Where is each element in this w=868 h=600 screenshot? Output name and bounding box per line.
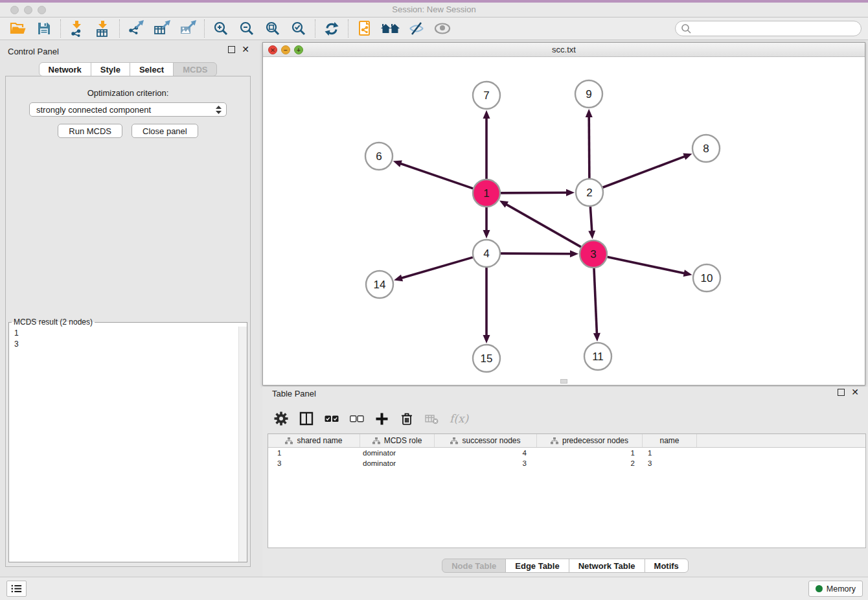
network-window-titlebar[interactable]: ✕ − + scc.txt <box>263 43 865 57</box>
import-table-icon[interactable] <box>90 19 116 38</box>
graph-edge-3-11[interactable] <box>594 268 597 335</box>
search-box[interactable] <box>675 21 862 36</box>
graph-node-15[interactable]: 15 <box>473 345 500 372</box>
result-scrollbar[interactable] <box>238 327 247 562</box>
tab-edge-table[interactable]: Edge Table <box>505 559 569 573</box>
open-file-icon[interactable] <box>5 19 31 38</box>
graph-edge-2-9[interactable] <box>589 115 589 178</box>
zoom-out-icon[interactable] <box>234 19 260 38</box>
node-label: 7 <box>483 89 489 102</box>
save-session-icon[interactable] <box>31 19 57 38</box>
graph-node-14[interactable]: 14 <box>366 271 393 298</box>
graph-node-3[interactable]: 3 <box>580 240 607 268</box>
table-row[interactable]: 3dominator323 <box>268 458 865 468</box>
edge-arrowhead <box>483 335 490 343</box>
control-panel-title: Control Panel <box>8 47 59 56</box>
toolbar-separator <box>348 19 348 38</box>
delete-column-icon[interactable] <box>400 411 414 426</box>
float-panel-icon[interactable] <box>838 389 845 396</box>
tab-network-table[interactable]: Network Table <box>569 559 645 573</box>
close-panel-button[interactable]: Close panel <box>131 124 198 138</box>
graph-node-6[interactable]: 6 <box>365 143 393 170</box>
network-window: ✕ − + scc.txt 7968124314101511 <box>262 42 865 386</box>
network-maximize-icon[interactable]: + <box>294 45 303 54</box>
node-label: 14 <box>374 279 386 291</box>
column-header-shared-name[interactable]: shared name <box>268 434 360 447</box>
column-header-predecessor-nodes[interactable]: predecessor nodes <box>537 434 643 447</box>
graph-edge-4-3[interactable] <box>501 253 572 254</box>
close-panel-icon[interactable]: ✕ <box>242 46 249 53</box>
delete-table-icon[interactable] <box>425 413 439 424</box>
node-label: 3 <box>590 248 596 260</box>
graph-node-1[interactable]: 1 <box>473 179 500 207</box>
gear-icon[interactable] <box>274 411 288 426</box>
column-header-successor-nodes[interactable]: successor nodes <box>435 434 537 447</box>
automation-panel-button[interactable] <box>6 581 27 597</box>
node-label: 1 <box>483 187 489 200</box>
run-mcds-button[interactable]: Run MCDS <box>58 124 122 138</box>
column-header-name[interactable]: name <box>643 434 697 447</box>
table-cell: 1 <box>537 448 643 458</box>
function-builder-icon[interactable]: f(x) <box>450 412 468 425</box>
refresh-network-icon[interactable] <box>319 19 345 38</box>
clone-network-icon[interactable] <box>352 19 378 38</box>
graph-node-4[interactable]: 4 <box>473 240 500 267</box>
tab-network[interactable]: Network <box>39 62 91 76</box>
window-zoom-button[interactable] <box>38 6 46 14</box>
hierarchy-icon <box>372 437 380 444</box>
table-row[interactable]: 1dominator411 <box>268 448 865 458</box>
close-panel-icon[interactable]: ✕ <box>851 389 859 396</box>
import-network-icon[interactable] <box>64 19 90 38</box>
add-column-icon[interactable] <box>375 412 389 426</box>
criterion-select[interactable]: strongly connected component <box>29 102 227 117</box>
export-table-icon[interactable] <box>149 19 175 38</box>
graph-edge-2-3[interactable] <box>590 207 592 233</box>
graph-node-9[interactable]: 9 <box>575 80 602 108</box>
mcds-result-item: 1 <box>14 328 233 339</box>
home-icon[interactable] <box>378 19 404 38</box>
tab-motifs[interactable]: Motifs <box>645 559 689 573</box>
graph-edge-3-10[interactable] <box>608 257 686 274</box>
zoom-in-icon[interactable] <box>208 19 234 38</box>
show-glyph-icon[interactable] <box>429 19 455 38</box>
graph-edge-4-14[interactable] <box>400 257 473 279</box>
search-input[interactable] <box>695 23 856 34</box>
graph-edge-1-6[interactable] <box>399 163 473 189</box>
hierarchy-icon <box>551 437 558 444</box>
graph-node-11[interactable]: 11 <box>584 343 611 370</box>
export-network-icon[interactable] <box>123 19 149 38</box>
network-minimize-icon[interactable]: − <box>281 45 290 54</box>
unselect-all-columns-icon[interactable] <box>350 415 364 422</box>
memory-button[interactable]: Memory <box>808 581 863 597</box>
zoom-fit-icon[interactable] <box>260 19 286 38</box>
network-close-icon[interactable]: ✕ <box>268 45 277 54</box>
canvas-scrollbar-thumb[interactable] <box>560 379 567 384</box>
select-all-columns-icon[interactable] <box>325 415 339 422</box>
edge-arrowhead <box>394 275 403 282</box>
hide-glyph-icon[interactable] <box>404 19 429 38</box>
zoom-selected-icon[interactable] <box>286 19 312 38</box>
edge-arrowhead <box>570 250 578 257</box>
window-minimize-button[interactable] <box>24 6 32 14</box>
graph-edge-1-2[interactable] <box>501 192 568 193</box>
mcds-result-list[interactable]: 13 <box>9 327 238 562</box>
graph-node-8[interactable]: 8 <box>692 135 720 162</box>
table-toolbar: f(x) <box>274 406 468 431</box>
network-canvas[interactable]: 7968124314101511 <box>263 58 865 385</box>
tab-node-table[interactable]: Node Table <box>442 559 506 573</box>
float-panel-icon[interactable] <box>228 46 235 53</box>
network-graph[interactable]: 7968124314101511 <box>263 58 865 385</box>
graph-node-7[interactable]: 7 <box>473 82 500 109</box>
node-label: 10 <box>701 272 713 284</box>
show-columns-icon[interactable] <box>299 411 314 426</box>
tab-select[interactable]: Select <box>130 62 174 76</box>
tab-mcds[interactable]: MCDS <box>173 62 217 76</box>
window-close-button[interactable] <box>10 6 19 14</box>
graph-node-10[interactable]: 10 <box>693 264 720 292</box>
export-image-icon[interactable] <box>175 19 201 38</box>
graph-edge-3-1[interactable] <box>505 203 581 247</box>
graph-edge-2-8[interactable] <box>603 156 687 188</box>
tab-style[interactable]: Style <box>91 62 130 76</box>
graph-node-2[interactable]: 2 <box>576 179 603 206</box>
column-header-MCDS-role[interactable]: MCDS role <box>360 434 435 447</box>
